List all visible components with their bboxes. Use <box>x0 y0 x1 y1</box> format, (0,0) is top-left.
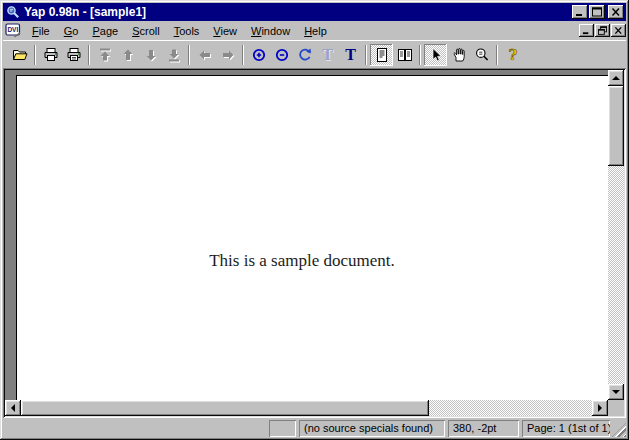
menu-view[interactable]: View <box>206 22 244 40</box>
maximize-icon <box>591 7 603 17</box>
zoom-in-button[interactable] <box>247 44 270 66</box>
menu-tools[interactable]: Tools <box>167 22 207 40</box>
horizontal-scrollbar-thumb[interactable] <box>21 400 429 416</box>
printer-icon <box>43 47 59 63</box>
menu-go[interactable]: Go <box>57 22 86 40</box>
app-window: Yap 0.98n - [sample1] DVI FileGoPageScro… <box>0 0 629 440</box>
magnifier-tool-button[interactable] <box>470 44 493 66</box>
magnifier-icon <box>474 47 490 63</box>
back-button <box>193 44 216 66</box>
scroll-right-button[interactable] <box>592 400 608 416</box>
toolbar-separator <box>365 45 367 65</box>
svg-text:?: ? <box>508 47 517 63</box>
toolbar-separator <box>496 45 498 65</box>
minimize-button[interactable] <box>572 5 588 19</box>
folder-open-icon <box>12 47 28 63</box>
two-page-view-button[interactable] <box>393 44 416 66</box>
text-outline-button[interactable]: T <box>316 44 339 66</box>
print-alt-button[interactable] <box>62 44 85 66</box>
child-minimize-button[interactable] <box>579 24 594 37</box>
close-button[interactable] <box>608 5 624 19</box>
menu-items: FileGoPageScrollToolsViewWindowHelp <box>25 22 334 40</box>
menubar: DVI FileGoPageScrollToolsViewWindowHelp <box>3 21 626 40</box>
dvi-document-icon[interactable]: DVI <box>5 23 22 38</box>
document-canvas: This is a sample document. <box>5 70 608 400</box>
vertical-scrollbar[interactable] <box>608 70 624 400</box>
yap-magnifier-icon[interactable] <box>6 5 20 19</box>
text-outline-icon: T <box>320 47 336 63</box>
window-title: Yap 0.98n - [sample1] <box>24 3 571 21</box>
menu-window[interactable]: Window <box>244 22 297 40</box>
first-page-icon <box>97 47 113 63</box>
forward-icon <box>220 47 236 63</box>
last-page-icon <box>166 47 182 63</box>
document-text: This is a sample document. <box>17 251 587 271</box>
horizontal-scrollbar[interactable] <box>5 400 608 416</box>
close-icon <box>610 7 622 17</box>
zoom-in-icon <box>251 47 267 63</box>
child-close-button[interactable] <box>611 24 626 37</box>
refresh-icon <box>297 47 313 63</box>
zoom-out-icon <box>274 47 290 63</box>
single-page-icon <box>374 47 390 63</box>
menu-page[interactable]: Page <box>85 22 125 40</box>
refresh-button[interactable] <box>293 44 316 66</box>
help-button[interactable]: ? <box>501 44 524 66</box>
first-page-button <box>93 44 116 66</box>
last-page-button <box>162 44 185 66</box>
restore-icon <box>597 26 608 35</box>
status-panel-source-specials: (no source specials found) <box>299 420 445 437</box>
open-button[interactable] <box>8 44 31 66</box>
child-restore-button[interactable] <box>595 24 610 37</box>
resize-grip[interactable] <box>612 423 626 437</box>
select-tool-button[interactable] <box>424 44 447 66</box>
forward-button <box>216 44 239 66</box>
prev-page-icon <box>120 47 136 63</box>
maximize-button[interactable] <box>589 5 605 19</box>
arrow-left-icon <box>11 404 15 412</box>
next-page-icon <box>143 47 159 63</box>
toolbar-buttons: TT? <box>3 40 626 68</box>
text-icon: T <box>343 47 359 63</box>
scroll-up-button[interactable] <box>608 70 624 86</box>
next-page-button <box>139 44 162 66</box>
hand-icon <box>451 47 467 63</box>
menu-file[interactable]: File <box>25 22 57 40</box>
status-panel-page: Page: 1 (1st of 1) <box>522 420 610 437</box>
menu-help[interactable]: Help <box>297 22 334 40</box>
close-icon <box>613 26 624 35</box>
help-icon: ? <box>505 47 521 63</box>
zoom-out-button[interactable] <box>270 44 293 66</box>
prev-page-button <box>116 44 139 66</box>
menu-scroll[interactable]: Scroll <box>125 22 167 40</box>
text-button[interactable]: T <box>339 44 362 66</box>
statusbar: (no source specials found) 380, -2pt Pag… <box>3 418 626 437</box>
document-view: This is a sample document. <box>3 68 626 418</box>
toolbar-separator <box>419 45 421 65</box>
select-arrow-icon <box>428 47 444 63</box>
hand-tool-button[interactable] <box>447 44 470 66</box>
arrow-down-icon <box>612 390 620 394</box>
child-window-controls <box>578 24 626 37</box>
status-panel-position: 380, -2pt <box>448 420 519 437</box>
minimize-icon <box>574 7 586 17</box>
scroll-down-button[interactable] <box>608 384 624 400</box>
vertical-scrollbar-thumb[interactable] <box>608 86 624 166</box>
arrow-up-icon <box>612 76 620 80</box>
scroll-left-button[interactable] <box>5 400 21 416</box>
scrollbar-corner <box>608 400 624 416</box>
document-page[interactable]: This is a sample document. <box>16 75 608 400</box>
status-panel-message <box>3 420 266 437</box>
printer-alt-icon <box>66 47 82 63</box>
print-button[interactable] <box>39 44 62 66</box>
back-icon <box>197 47 213 63</box>
arrow-right-icon <box>598 404 602 412</box>
svg-text:DVI: DVI <box>7 26 18 33</box>
single-page-view-button[interactable] <box>370 44 393 66</box>
toolbar-separator <box>88 45 90 65</box>
titlebar[interactable]: Yap 0.98n - [sample1] <box>3 3 626 21</box>
minimize-icon <box>581 26 592 35</box>
toolbar-separator <box>242 45 244 65</box>
toolbar-separator <box>34 45 36 65</box>
status-panel-small <box>269 420 296 437</box>
